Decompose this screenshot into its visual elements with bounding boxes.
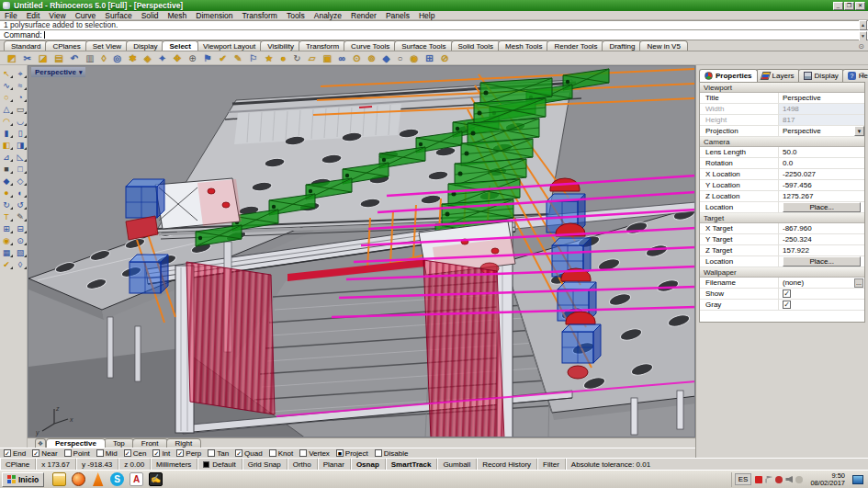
property-row[interactable]: Lens Length 50.0 — [700, 147, 864, 158]
gray-checkbox[interactable]: ✓ — [783, 301, 791, 309]
toolbar-icon[interactable]: ◩ — [7, 52, 16, 64]
sidebar-tool-icon[interactable]: ◊ — [15, 259, 27, 270]
viewport-tab[interactable]: Front — [132, 438, 168, 448]
menu-item[interactable]: Surface — [100, 11, 136, 20]
toolbar-tab[interactable]: Render Tools — [547, 40, 604, 51]
status-toggle[interactable]: Osnap — [351, 459, 386, 470]
property-value[interactable]: 50.0 — [779, 147, 864, 157]
toolbar-tab[interactable]: Solid Tools — [451, 40, 502, 51]
new-viewport-icon[interactable]: ❖ — [35, 438, 46, 448]
sidebar-tool-icon[interactable]: ▧ — [15, 247, 27, 258]
status-toggle[interactable]: Planar — [318, 459, 351, 470]
tray-icon[interactable] — [755, 476, 762, 483]
viewport-tab[interactable]: Right — [166, 438, 202, 448]
status-toggle[interactable]: Record History — [477, 459, 537, 470]
toolbar-icon[interactable]: ◉ — [411, 52, 419, 64]
scroll-up-icon[interactable]: ▲ — [859, 20, 867, 30]
sidebar-tool-icon[interactable]: ↺ — [15, 199, 27, 210]
minimize-button[interactable]: _ — [833, 2, 843, 10]
taskbar-app-icon[interactable] — [110, 472, 124, 486]
taskbar-app-icon[interactable] — [149, 472, 163, 486]
language-indicator[interactable]: ES — [735, 473, 752, 485]
osnap-toggle[interactable]: Tan — [208, 449, 229, 458]
sidebar-tool-icon[interactable]: ◧ — [1, 140, 13, 151]
toolbar-icon[interactable]: ⊘ — [441, 52, 448, 64]
toolbar-icon[interactable]: ⊙ — [353, 52, 360, 64]
sidebar-tool-icon[interactable]: ■ — [1, 164, 13, 175]
osnap-toggle[interactable]: Point — [64, 449, 90, 458]
status-toggle[interactable]: SmartTrack — [386, 459, 438, 470]
toolbar-tab[interactable]: Display — [126, 40, 164, 51]
osnap-checkbox[interactable] — [64, 449, 72, 457]
wallpaper-filename[interactable]: (none)... — [779, 278, 864, 288]
toolbar-icon[interactable]: ⊚ — [367, 52, 375, 64]
menu-item[interactable]: Panels — [381, 11, 414, 20]
property-row[interactable]: Y Target -250.324 — [700, 234, 864, 245]
osnap-toggle[interactable]: Vertex — [299, 449, 330, 458]
property-row[interactable]: Rotation 0.0 — [700, 158, 864, 169]
camera-place-button[interactable]: Place... — [783, 202, 861, 212]
perspective-viewport[interactable]: z x y — [28, 65, 695, 437]
osnap-toggle[interactable]: ✓ Quad — [235, 449, 263, 458]
osnap-toggle[interactable]: ✓ Near — [32, 449, 57, 458]
toolbar-tab[interactable]: New in V5 — [639, 40, 687, 51]
show-checkbox[interactable]: ✓ — [783, 289, 791, 298]
property-value[interactable]: -250.324 — [779, 234, 864, 244]
panel-options-icon[interactable]: ⊙ — [859, 71, 865, 79]
toolbar-icon[interactable]: ◈ — [144, 52, 152, 64]
menu-item[interactable]: Render — [346, 11, 381, 20]
toolbar-icon[interactable]: ● — [280, 52, 286, 64]
menu-item[interactable]: View — [44, 11, 70, 20]
command-scrollbar[interactable]: ▲ ▼ — [859, 20, 867, 40]
osnap-checkbox[interactable] — [96, 449, 104, 457]
toolbar-icon[interactable]: ↶ — [71, 52, 78, 64]
osnap-toggle[interactable]: Mid — [96, 449, 118, 458]
property-row[interactable]: Title Perspective — [700, 93, 864, 104]
sidebar-tool-icon[interactable]: ◔ — [15, 92, 27, 103]
sidebar-tool-icon[interactable]: T — [1, 211, 13, 222]
toolbar-icon[interactable]: ◪ — [39, 52, 47, 64]
projection-select[interactable]: Perspective▼ — [779, 126, 864, 136]
menu-item[interactable]: Analyze — [310, 11, 346, 20]
osnap-toggle[interactable]: ■ Project — [336, 449, 368, 458]
sidebar-tool-icon[interactable]: ⊞ — [1, 223, 13, 234]
property-row[interactable]: Gray ✓ — [700, 300, 864, 311]
osnap-toggle[interactable]: ✓ Perp — [176, 449, 201, 458]
toolbar-tab[interactable]: Mesh Tools — [498, 40, 549, 51]
menu-item[interactable]: Mesh — [163, 11, 192, 20]
sidebar-tool-icon[interactable]: ⊟ — [15, 223, 27, 234]
taskbar-app-icon[interactable] — [52, 472, 66, 486]
toolbar-icon[interactable]: ○ — [397, 52, 402, 64]
toolbar-icon[interactable]: ⊕ — [188, 52, 196, 64]
viewport-tab[interactable]: Top — [104, 438, 134, 448]
panel-tab[interactable]: Display — [798, 69, 844, 82]
cplane-cell[interactable]: CPlane — [0, 459, 36, 470]
tray-icon[interactable] — [785, 476, 793, 483]
status-toggle[interactable]: Grid Snap — [242, 459, 287, 470]
property-value[interactable]: -597.456 — [779, 180, 864, 190]
viewport-menu-arrow-icon[interactable]: ▾ — [79, 69, 83, 75]
osnap-checkbox[interactable]: ■ — [336, 449, 344, 457]
osnap-checkbox[interactable]: ✓ — [4, 449, 11, 457]
sidebar-tool-icon[interactable]: ◡ — [15, 116, 27, 127]
units-cell[interactable]: Millimeters — [151, 459, 197, 470]
property-row[interactable]: Show ✓ — [700, 289, 864, 300]
sidebar-tool-icon[interactable]: ● — [1, 187, 13, 199]
tray-icon[interactable] — [795, 476, 803, 483]
property-value[interactable]: 157.922 — [779, 245, 864, 255]
restore-button[interactable]: ❐ — [844, 2, 854, 10]
panel-tab[interactable]: Properties — [699, 69, 758, 82]
sidebar-tool-icon[interactable]: ⌖ — [15, 68, 27, 79]
toolbar-icon[interactable]: ⊞ — [425, 52, 433, 64]
toolbar-icon[interactable]: ◊ — [102, 52, 107, 64]
property-row[interactable]: Z Location 1275.267 — [700, 191, 864, 202]
panel-tab[interactable]: Layers — [756, 69, 800, 82]
sidebar-tool-icon[interactable]: ⊙ — [15, 235, 27, 246]
sidebar-tool-icon[interactable]: □ — [15, 164, 27, 175]
osnap-toggle[interactable]: Disable — [375, 449, 409, 458]
osnap-toggle[interactable]: ✓ Cen — [124, 449, 147, 458]
osnap-checkbox[interactable]: ✓ — [152, 449, 160, 457]
network-icon[interactable] — [852, 475, 863, 484]
sidebar-tool-icon[interactable]: ✔ — [1, 259, 13, 270]
sidebar-tool-icon[interactable]: ◺ — [15, 152, 27, 163]
